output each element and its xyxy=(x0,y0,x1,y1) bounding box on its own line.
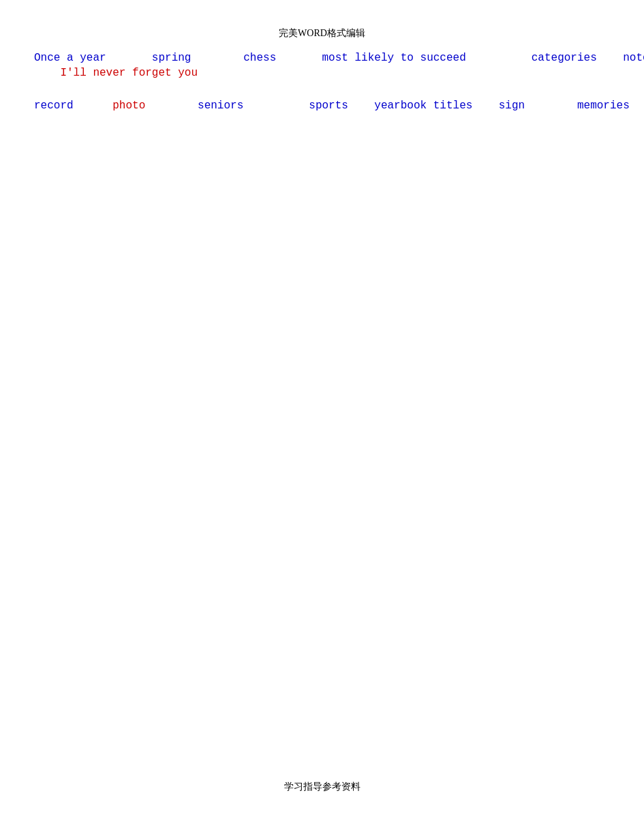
word-seniors: seniors xyxy=(198,100,243,112)
word-categories: categories xyxy=(532,52,597,64)
page-container: 完美WORD格式编辑 Once a year spring chess most… xyxy=(0,0,644,834)
word-once-a-year: Once a year xyxy=(34,52,106,64)
line1: Once a year spring chess most likely to … xyxy=(34,52,610,64)
word-sports: sports xyxy=(309,100,348,112)
title-bar: 完美WORD格式编辑 xyxy=(34,27,610,40)
word-spring: spring xyxy=(152,52,191,64)
content-area: Once a year spring chess most likely to … xyxy=(34,52,610,112)
word-photo: photo xyxy=(112,100,145,112)
word-most-likely: most likely to succeed xyxy=(322,52,466,64)
footer-text: 学习指导参考资料 xyxy=(284,781,361,792)
line3: record photo seniors sports yearbook tit… xyxy=(34,100,610,112)
word-yearbook: yearbook xyxy=(374,100,427,112)
word-record: record xyxy=(34,100,74,112)
word-never-forget: I' xyxy=(60,67,73,79)
word-sign: sign xyxy=(499,100,525,112)
footer: 学习指导参考资料 xyxy=(0,781,644,793)
line2: I'll never forget you xyxy=(34,67,610,79)
word-chess: chess xyxy=(243,52,276,64)
word-titles: titles xyxy=(433,100,473,112)
word-notes: notes xyxy=(623,52,644,64)
page-title: 完美WORD格式编辑 xyxy=(279,28,365,38)
word-memories: memories xyxy=(577,100,630,112)
